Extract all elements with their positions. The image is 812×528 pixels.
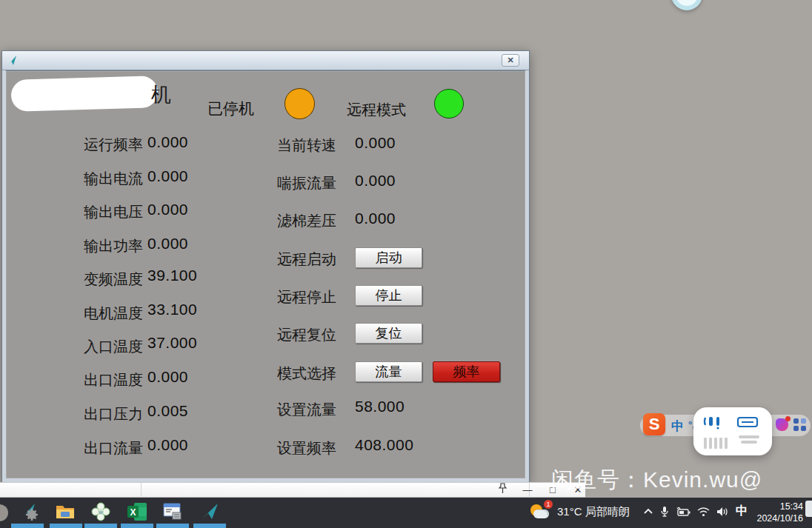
metric-value: 0.000 [147,167,188,185]
metric-label: 喘振流量 [277,173,359,193]
pin-icon[interactable] [495,483,510,498]
ime-popup [693,407,772,455]
flow-mode-button[interactable]: 流量 [355,361,422,382]
control-label: 远程启动 [277,250,359,270]
window-titlebar: ✕ [2,51,529,70]
metric-label: 变频温度 [21,270,143,290]
metric-label: 当前转速 [277,136,359,156]
ime-voice-icon[interactable] [703,415,728,449]
setpoint-label: 设置频率 [277,438,359,458]
minimize-icon[interactable]: — [520,483,535,498]
tray-chevron-up-icon[interactable] [643,507,653,517]
svg-text:W: W [99,510,103,515]
remote-mode-indicator-lamp [434,89,464,118]
taskbar-clock[interactable]: 15:34 2024/10/16 [742,501,803,524]
clock-time: 15:34 [742,501,803,512]
taskbar-partial-icon[interactable] [0,504,8,521]
metric-value: 0.000 [147,201,188,218]
taskbar-active-indicator [156,524,189,528]
metric-label: 运行频率 [21,135,143,155]
metric-value: 0.000 [147,368,188,386]
mode-label: 远程模式 [347,100,406,120]
metric-value: 37.000 [147,334,197,352]
file-explorer-icon[interactable] [55,502,76,521]
hmi-window: ✕ 机 已停机 远程模式 运行频率 0.000 输出电流 0.000 输出电压 … [1,50,530,483]
taskbar-active-indicator [11,524,44,528]
stopped-indicator-lamp [284,88,315,119]
frequency-mode-button[interactable]: 频率 [433,361,500,382]
ime-skin-icon[interactable] [776,418,788,431]
taskbar-active-indicator [193,524,226,528]
floating-assistant-ball[interactable] [671,0,702,10]
metric-label: 输出电流 [21,169,143,189]
metric-label: 入口温度 [21,337,143,357]
weather-temperature: 31°C [557,505,582,518]
hmi-config-app-icon[interactable] [162,502,183,521]
volume-icon[interactable] [716,507,729,517]
weather-icon: 1 [529,503,551,521]
app-gear-icon[interactable] [19,502,40,521]
metric-value: 0.000 [147,436,188,454]
excel-icon[interactable]: X [127,502,147,521]
taskbar: W X 1 31°C 局部晴朗 [0,498,812,528]
metric-label: 输出电压 [21,202,143,222]
pinwheel-app-icon[interactable]: W [90,502,111,521]
metric-label: 电机温度 [21,304,143,324]
mode-select-label: 模式选择 [277,364,359,384]
divider [141,483,142,498]
machine-title-suffix: 机 [151,81,171,108]
system-tray: 中 [643,504,748,519]
reset-button[interactable]: 复位 [355,323,422,344]
start-button[interactable]: 启动 [355,247,422,268]
setpoint-value: 58.000 [355,398,405,415]
clock-date: 2024/10/16 [742,512,803,524]
ime-toolbox-icon[interactable] [793,418,806,431]
metric-label: 输出功率 [21,236,143,256]
taskbar-active-indicator [50,524,82,528]
metric-label: 出口温度 [21,370,143,390]
hmi-panel: 机 已停机 远程模式 运行频率 0.000 输出电流 0.000 输出电压 0.… [6,70,525,478]
metric-value: 0.000 [147,133,188,151]
desktop: ✕ 机 已停机 远程模式 运行频率 0.000 输出电流 0.000 输出电压 … [0,0,812,528]
teal-arrow-app-icon[interactable] [199,502,220,521]
taskbar-active-indicator [121,524,153,528]
app-logo-icon [7,55,19,67]
metric-value: 0.000 [355,210,396,227]
weather-badge: 1 [544,500,553,509]
metric-label: 出口压力 [21,404,143,424]
stop-button[interactable]: 停止 [355,285,422,306]
status-label: 已停机 [207,98,254,119]
weather-condition: 局部晴朗 [585,505,630,518]
setpoint-value: 408.000 [355,436,413,454]
battery-power-icon[interactable] [676,507,690,517]
metric-label: 出口流量 [21,438,143,458]
setpoint-label: 设置流量 [277,400,359,420]
control-label: 远程停止 [277,287,359,307]
microphone-icon[interactable] [660,506,669,518]
ime-language-icon[interactable]: 中 [671,418,684,435]
metric-value: 33.100 [147,301,197,318]
weather-widget[interactable]: 1 31°C 局部晴朗 [529,503,630,521]
window-close-button[interactable]: ✕ [502,54,519,67]
svg-text:X: X [130,507,136,518]
metric-label: 滤棉差压 [277,211,359,231]
metric-value: 0.000 [355,172,396,190]
notification-edge-icon[interactable] [805,501,812,517]
redaction-blob [10,76,158,112]
wifi-icon[interactable] [697,507,710,517]
metric-value: 0.005 [147,402,188,420]
control-label: 远程复位 [277,325,359,345]
ime-keyboard-icon[interactable] [736,415,762,444]
watermark-text: 闲鱼号：Kevin.wu@ [551,465,762,495]
taskbar-active-indicator [84,524,117,528]
metric-value: 39.100 [147,267,197,284]
background-window-toolbar: — □ ✕ [0,482,585,498]
sogou-logo-icon[interactable]: S [643,413,665,435]
metric-value: 0.000 [147,235,188,253]
metric-value: 0.000 [355,134,396,152]
